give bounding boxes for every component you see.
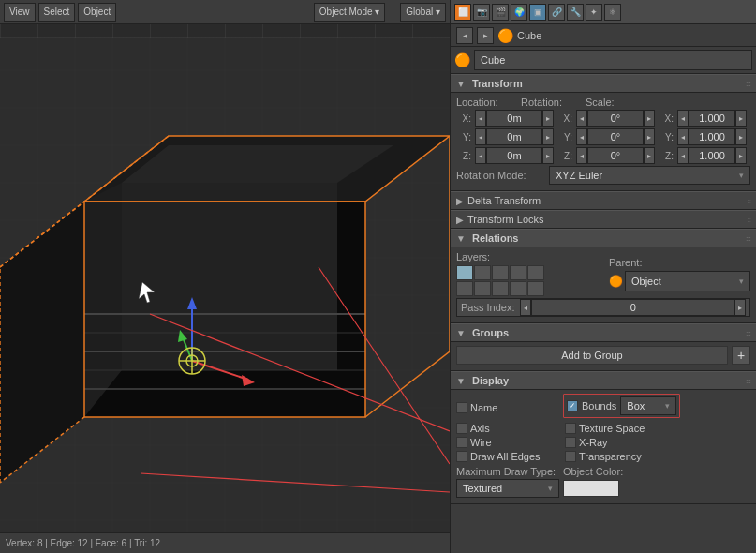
rot-y-dec[interactable]: ◂ [576, 128, 587, 145]
rot-z-field-wrap: ◂ 0° ▸ [576, 147, 655, 164]
loc-y-dec[interactable]: ◂ [475, 128, 486, 145]
loc-z-value[interactable]: 0m [486, 147, 542, 164]
loc-z-inc[interactable]: ▸ [542, 147, 554, 164]
breadcrumb-forward-btn[interactable]: ▸ [477, 27, 494, 44]
mode-menu[interactable]: Object Mode ▾ [314, 3, 385, 22]
name-checkbox[interactable] [456, 402, 467, 413]
display-section-header[interactable]: ▼ Display ::: [451, 371, 756, 390]
breadcrumb-back-btn[interactable]: ◂ [456, 27, 473, 44]
props-physics-btn[interactable]: ⚛ [604, 4, 621, 21]
props-render-btn[interactable]: 📷 [473, 4, 490, 21]
props-particles-btn[interactable]: ✦ [586, 4, 602, 21]
view-menu[interactable]: View [4, 3, 36, 22]
layer-btn-8[interactable] [492, 281, 509, 296]
props-scene-btn[interactable]: ⬜ [454, 4, 471, 21]
scale-y-dec[interactable]: ◂ [677, 128, 689, 145]
transparency-checkbox-item: Transparency [565, 451, 668, 462]
props-constraints-btn[interactable]: 🔗 [548, 4, 565, 21]
layer-btn-5[interactable] [527, 265, 544, 280]
object-color-swatch[interactable] [563, 480, 619, 497]
transform-z-row: Z: ◂ 0m ▸ Z: ◂ 0° ▸ Z: ◂ 1.000 ▸ [456, 147, 750, 164]
viewport[interactable]: View Select Object Object Mode ▾ Global … [0, 0, 450, 553]
relations-section-header[interactable]: ▼ Relations ::: [451, 229, 756, 247]
transparency-checkbox[interactable] [565, 451, 576, 462]
rotation-mode-dropdown[interactable]: XYZ Euler ▾ [549, 166, 750, 185]
rot-x-dec[interactable]: ◂ [576, 110, 587, 127]
axis-checkbox[interactable] [456, 423, 467, 434]
scale-y-inc[interactable]: ▸ [735, 128, 747, 145]
delta-transform-label: Delta Transform [467, 195, 541, 206]
xray-checkbox[interactable] [565, 437, 576, 448]
scale-z-inc[interactable]: ▸ [735, 147, 747, 164]
layer-btn-10[interactable] [527, 281, 544, 296]
select-menu[interactable]: Select [38, 3, 76, 22]
loc-x-field-wrap: ◂ 0m ▸ [475, 110, 554, 127]
transform-section-header[interactable]: ▼ Transform ::: [451, 74, 756, 93]
bounds-type-dropdown[interactable]: Box ▾ [620, 396, 676, 415]
loc-z-dec[interactable]: ◂ [475, 147, 486, 164]
loc-x-value[interactable]: 0m [486, 110, 542, 127]
transform-locks-label: Transform Locks [467, 214, 544, 225]
rot-x-inc[interactable]: ▸ [644, 110, 655, 127]
pass-inc[interactable]: ▸ [734, 299, 746, 316]
axis-checkbox-label: Axis [470, 423, 490, 434]
pass-index-field[interactable]: Pass Index: ◂ 0 ▸ [456, 298, 750, 317]
xray-label: X-Ray [579, 437, 608, 448]
loc-x-inc[interactable]: ▸ [542, 110, 554, 127]
bounds-value: Box [627, 400, 645, 411]
name-checkbox-label: Name [470, 402, 497, 413]
props-modifiers-btn[interactable]: 🔧 [567, 4, 584, 21]
delta-transform-header[interactable]: ▶ Delta Transform ::: [451, 191, 756, 210]
rot-y-inc[interactable]: ▸ [644, 128, 655, 145]
max-draw-type-dropdown[interactable]: Textured ▾ [456, 479, 559, 498]
rot-x-value[interactable]: 0° [587, 110, 644, 127]
texture-space-checkbox[interactable] [565, 423, 576, 434]
parent-value: Object [631, 276, 661, 287]
properties-scroll[interactable]: ⬜ 📷 🎬 🌍 ▣ 🔗 🔧 ✦ ⚛ ◂ ▸ 🟠 Cube 🟠 ▼ Tran [451, 0, 756, 529]
rot-z-dec[interactable]: ◂ [576, 147, 587, 164]
pass-index-value[interactable]: 0 [531, 299, 734, 316]
scene-svg [0, 0, 450, 553]
loc-y-inc[interactable]: ▸ [542, 128, 554, 145]
bounds-checkbox[interactable] [567, 400, 578, 411]
rot-y-value[interactable]: 0° [587, 128, 644, 145]
scale-z-dec[interactable]: ◂ [677, 147, 689, 164]
add-group-plus-btn[interactable]: + [732, 346, 750, 365]
pass-dec[interactable]: ◂ [520, 299, 531, 316]
delta-collapse-icon: ▶ [456, 196, 464, 206]
props-world-btn[interactable]: 🌍 [511, 4, 527, 21]
parent-dropdown[interactable]: Object ▾ [625, 271, 750, 291]
layer-btn-2[interactable] [474, 265, 491, 280]
object-name-field[interactable] [474, 50, 752, 70]
rot-z-value[interactable]: 0° [587, 147, 644, 164]
scale-z-value[interactable]: 1.000 [689, 147, 735, 164]
draw-all-edges-checkbox[interactable] [456, 451, 467, 462]
transform-locks-header[interactable]: ▶ Transform Locks ::: [451, 210, 756, 229]
layer-btn-6[interactable] [456, 281, 473, 296]
object-menu[interactable]: Object [78, 3, 116, 22]
layer-btn-7[interactable] [474, 281, 491, 296]
layer-btn-3[interactable] [492, 265, 509, 280]
loc-y-value[interactable]: 0m [486, 128, 542, 145]
svg-marker-28 [122, 183, 337, 370]
add-to-group-btn[interactable]: Add to Group [456, 346, 728, 365]
scale-x-value[interactable]: 1.000 [689, 110, 735, 127]
scale-y-value[interactable]: 1.000 [689, 128, 735, 145]
rot-z-label: Z: [557, 151, 572, 161]
scale-x-field-wrap: ◂ 1.000 ▸ [677, 110, 747, 127]
loc-y-label: Y: [456, 132, 471, 142]
layer-btn-4[interactable] [510, 265, 526, 280]
layer-btn-1[interactable] [456, 265, 473, 280]
scale-x-inc[interactable]: ▸ [735, 110, 747, 127]
global-menu[interactable]: Global ▾ [400, 3, 446, 22]
layer-btn-9[interactable] [510, 281, 526, 296]
loc-x-dec[interactable]: ◂ [475, 110, 486, 127]
groups-section-header[interactable]: ▼ Groups ::: [451, 323, 756, 342]
wire-checkbox[interactable] [456, 437, 467, 448]
scale-x-dec[interactable]: ◂ [677, 110, 689, 127]
props-object-btn[interactable]: ▣ [529, 4, 546, 21]
wire-label: Wire [470, 437, 492, 448]
display-drag: ::: [746, 377, 750, 385]
rot-z-inc[interactable]: ▸ [644, 147, 655, 164]
props-scene-settings-btn[interactable]: 🎬 [492, 4, 509, 21]
